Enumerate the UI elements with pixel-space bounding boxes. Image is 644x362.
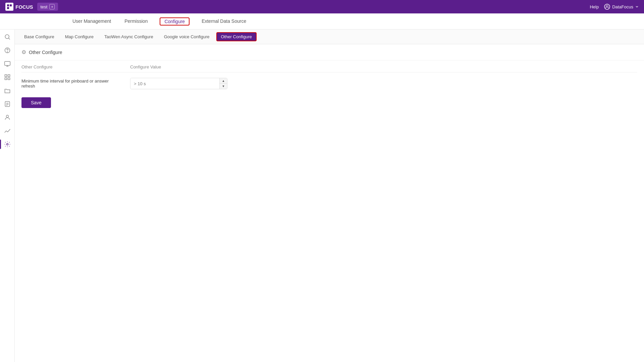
section-title-text: Other Configure — [29, 50, 62, 55]
svg-rect-0 — [7, 4, 9, 6]
sub-tab-other-configure[interactable]: Other Configure — [216, 32, 257, 41]
sub-tabs: Base Configure Map Configure TaoWen Asyn… — [15, 30, 644, 44]
tab-configure[interactable]: Configure — [160, 17, 190, 25]
svg-line-7 — [8, 38, 10, 40]
svg-rect-17 — [5, 102, 9, 107]
table-row: Minimum time interval for pinboard or an… — [21, 72, 637, 95]
svg-rect-10 — [4, 61, 10, 65]
spinner-input[interactable] — [130, 78, 219, 89]
help-icon — [4, 47, 11, 54]
svg-rect-14 — [8, 75, 10, 77]
row-label: Minimum time interval for pinboard or an… — [21, 79, 122, 89]
sidebar-item-grid[interactable] — [1, 71, 13, 83]
svg-rect-2 — [7, 7, 9, 9]
row-input-wrap: ▲ ▼ — [130, 78, 227, 89]
svg-point-9 — [7, 52, 7, 52]
user-label: DataFocus — [612, 4, 633, 9]
sidebar-item-folder[interactable] — [1, 85, 13, 97]
monitor-icon — [4, 60, 11, 67]
main-content: ⚙ Other Configure Other Configure Config… — [15, 44, 644, 108]
tab-label: test — [41, 4, 48, 9]
logo-icon — [5, 3, 13, 11]
svg-rect-1 — [10, 4, 12, 6]
svg-rect-13 — [5, 75, 7, 77]
grid-icon — [4, 74, 11, 81]
user-menu[interactable]: DataFocus — [604, 4, 639, 10]
spinner-input-wrap: ▲ ▼ — [130, 78, 227, 89]
config-table-header: Other Configure Configure Value — [21, 60, 637, 72]
svg-rect-3 — [10, 7, 12, 9]
sidebar-item-search[interactable] — [1, 31, 13, 43]
tab-external-data-source[interactable]: External Data Source — [200, 13, 248, 29]
col-header-name: Other Configure — [21, 64, 122, 69]
tab-user-management[interactable]: User Management — [71, 13, 112, 29]
sub-tab-map-configure[interactable]: Map Configure — [61, 33, 98, 41]
sidebar-item-help[interactable] — [1, 44, 13, 56]
user-icon — [604, 4, 610, 10]
chevron-down-icon — [635, 5, 639, 8]
spinner-down-button[interactable]: ▼ — [220, 84, 227, 89]
svg-point-6 — [5, 35, 9, 39]
sub-tab-base-configure[interactable]: Base Configure — [20, 33, 58, 41]
search-icon — [4, 34, 11, 40]
sidebar-item-monitor[interactable] — [1, 58, 13, 70]
logo-text: FOCUS — [15, 4, 33, 10]
nav-tabs: User Management Permission Configure Ext… — [0, 13, 644, 30]
sub-tab-taowen-async-configure[interactable]: TaoWen Async Configure — [100, 33, 157, 41]
save-button[interactable]: Save — [21, 97, 51, 108]
help-link[interactable]: Help — [590, 4, 599, 9]
logo[interactable]: FOCUS — [5, 3, 33, 11]
section-icon: ⚙ — [21, 49, 26, 55]
task-icon — [4, 101, 11, 107]
spinner-up-button[interactable]: ▲ — [220, 78, 227, 84]
svg-point-5 — [606, 5, 608, 7]
topbar-right: Help DataFocus — [590, 4, 639, 10]
section-title-bar: ⚙ Other Configure — [15, 44, 644, 60]
svg-rect-15 — [5, 78, 7, 80]
topbar-tab[interactable]: test + — [37, 3, 58, 11]
sub-tab-google-voice-configure[interactable]: Google voice Configure — [160, 33, 214, 41]
tab-permission[interactable]: Permission — [123, 13, 149, 29]
topbar: FOCUS test + Help DataFocus — [0, 0, 644, 13]
add-tab-icon[interactable]: + — [49, 4, 55, 9]
folder-icon — [4, 87, 11, 94]
sidebar-item-task[interactable] — [1, 98, 13, 108]
col-header-value: Configure Value — [130, 64, 637, 69]
config-area: Other Configure Configure Value Minimum … — [15, 60, 644, 108]
spinner-buttons: ▲ ▼ — [219, 78, 227, 89]
svg-rect-16 — [8, 78, 10, 80]
